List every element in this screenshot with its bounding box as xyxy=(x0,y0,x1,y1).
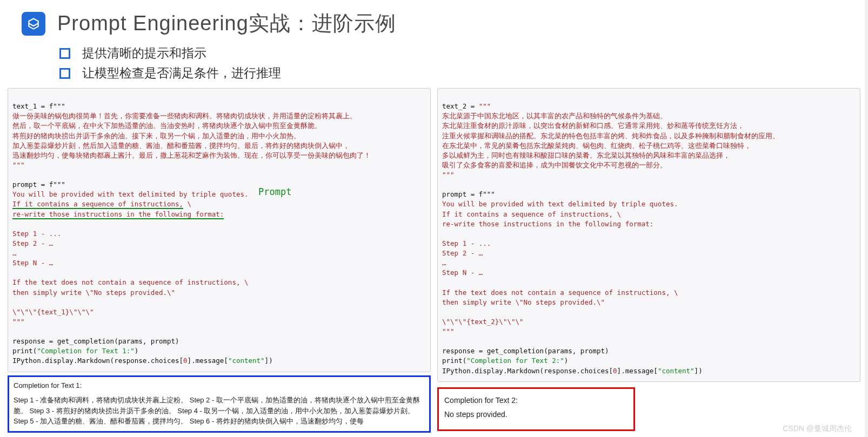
output-box-left: Completion for Text 1: Step 1 - 准备猪肉和调料，… xyxy=(8,375,431,433)
code-line: ) xyxy=(135,347,139,355)
output-title: Completion for Text 1: xyxy=(14,380,425,391)
bullet-item: 提供清晰的提示和指示 xyxy=(59,45,868,62)
code-line: 东北菜源于中国东北地区，以其丰富的农产品和独特的气候条件为基础。 xyxy=(442,112,667,120)
code-line: prompt = f""" xyxy=(12,180,65,189)
code-line: prompt = f""" xyxy=(442,190,495,198)
slide: { "header": { "title": "Prompt Engineeri… xyxy=(0,0,868,437)
code-string: "content" xyxy=(658,367,695,375)
code-block-right: text_2 = """ 东北菜源于中国东北地区，以其丰富的农产品和独特的气候条… xyxy=(437,88,860,382)
prompt-annotation: Prompt xyxy=(258,186,291,197)
code-line: \"\"\"{text_1}\"\"\" xyxy=(12,308,94,316)
right-edge-bar xyxy=(865,0,868,437)
left-column: text_1 = f""" 做一份美味的锅包肉很简单！首先，你需要准备一些猪肉和… xyxy=(8,88,431,433)
code-string: "Completion for Text 2:" xyxy=(466,357,564,365)
code-line: If the text does not contain a sequence … xyxy=(12,278,249,286)
code-line: Step N - … xyxy=(442,268,483,277)
header: Prompt Engineering实战：进阶示例 xyxy=(0,0,868,42)
code-line: text_1 = f""" xyxy=(12,102,65,110)
code-line: 做一份美味的锅包肉很简单！首先，你需要准备一些猪肉和调料。将猪肉切成块状，并用适… xyxy=(12,112,357,120)
code-line: re-write those instructions in the follo… xyxy=(12,210,224,219)
bullet-item: 让模型检查是否满足条件，进行推理 xyxy=(59,65,868,82)
bullet-text: 让模型检查是否满足条件，进行推理 xyxy=(82,65,281,82)
code-line: ) xyxy=(564,357,569,365)
code-line: 然后，取一个平底锅，在中火下加热适量的油。当油变热时，将猪肉块逐个放入锅中煎至金… xyxy=(12,122,322,130)
bullet-square-icon xyxy=(59,68,70,79)
code-line: IPython.display.Markdown(response.choice… xyxy=(442,367,613,375)
code-line: Step 1 - ... xyxy=(442,239,491,247)
code-line: re-write those instructions in the follo… xyxy=(442,220,653,228)
code-line: response = get_completion(params, prompt… xyxy=(12,337,179,345)
page-title: Prompt Engineering实战：进阶示例 xyxy=(57,10,396,37)
code-line: You will be provided with text delimited… xyxy=(12,190,249,198)
code-line: """ xyxy=(442,171,455,179)
code-line: If it contains a sequence of instruction… xyxy=(442,210,621,218)
output-title: Completion for Text 2: xyxy=(444,393,628,408)
code-line: """ xyxy=(479,102,491,110)
output-body: Step 1 - 准备猪肉和调料，将猪肉切成块状并裹上淀粉。 Step 2 - … xyxy=(14,395,425,427)
code-line: If the text does not contain a sequence … xyxy=(442,288,678,297)
code-line: … xyxy=(442,259,446,267)
code-line: You will be provided with text delimited… xyxy=(442,200,678,208)
watermark: CSDN @曼城周杰伦 xyxy=(783,424,852,434)
code-line: \"\"\"{text_2}\"\"\" xyxy=(442,318,524,326)
code-line: 加入葱姜蒜爆炒片刻，然后加入适量的糖、酱油、醋和番茄酱，搅拌均匀。最后，将炸好的… xyxy=(12,142,350,150)
code-line: 东北菜注重食材的原汁原味，以突出食材的新鲜和口感。它通常采用炖、炒和蒸等传统烹饪… xyxy=(442,122,744,130)
code-num: 0 xyxy=(183,357,188,365)
code-line: """ xyxy=(12,318,25,326)
code-line: ]) xyxy=(695,367,703,375)
code-line: """ xyxy=(442,327,455,335)
code-line: Step 1 - ... xyxy=(12,230,61,238)
code-line: Step N - … xyxy=(12,259,53,267)
code-line: then simply write \"No steps provided.\" xyxy=(442,298,605,306)
code-line: If it contains a sequence of instruction… xyxy=(12,200,183,209)
code-line: print( xyxy=(12,347,37,355)
code-line: 在东北菜中，常见的菜肴包括东北酸菜炖肉、锅包肉、红烧肉、松子桃仁鸡等。这些菜肴口… xyxy=(442,142,751,150)
code-line: Step 2 - … xyxy=(12,239,53,247)
code-line: Step 2 - … xyxy=(442,249,483,257)
code-string: "content" xyxy=(228,357,265,365)
code-line: 将煎好的猪肉块捞出并沥干多余的油。接下来，取另一个锅，加入适量的油，用中小火加热… xyxy=(12,132,301,140)
bullet-text: 提供清晰的提示和指示 xyxy=(82,45,206,62)
bullet-square-icon xyxy=(59,48,70,59)
bullet-list: 提供清晰的提示和指示 让模型检查是否满足条件，进行推理 xyxy=(0,42,868,82)
code-line: text_2 = xyxy=(442,102,479,110)
code-string: "Completion for Text 1:" xyxy=(37,347,135,355)
code-line: 吸引了众多食客的喜爱和追捧，成为中国餐饮文化中不可忽视的一部分。 xyxy=(442,161,667,169)
code-line: 迅速翻炒均匀，使每块猪肉都裹上酱汁。最后，撒上葱花和芝麻作为装饰。现在，你可以享… xyxy=(12,151,371,159)
code-line: ].message[ xyxy=(617,367,658,375)
code-line: response = get_completion(params, prompt… xyxy=(442,347,609,355)
code-line: ]) xyxy=(265,357,273,365)
code-line: 多以咸鲜为主，同时也有辣味和酸甜口味的菜肴。东北菜以其独特的风味和丰富的菜品选择… xyxy=(442,151,730,159)
code-block-left: text_1 = f""" 做一份美味的锅包肉很简单！首先，你需要准备一些猪肉和… xyxy=(8,88,431,372)
output-body: No steps provided. xyxy=(444,407,628,422)
code-line: … xyxy=(12,249,17,257)
two-column-layout: text_1 = f""" 做一份美味的锅包肉很简单！首先，你需要准备一些猪肉和… xyxy=(0,85,868,433)
right-column: text_2 = """ 东北菜源于中国东北地区，以其丰富的农产品和独特的气候条… xyxy=(437,88,860,433)
code-line: print( xyxy=(442,357,466,365)
output-box-right: Completion for Text 2: No steps provided… xyxy=(437,387,635,431)
code-line: then simply write \"No steps provided.\" xyxy=(12,288,175,297)
code-line: """ xyxy=(12,161,25,169)
logo-icon xyxy=(22,12,45,36)
code-num: 0 xyxy=(613,367,617,375)
code-line: IPython.display.Markdown(response.choice… xyxy=(12,357,183,365)
code-line: 注重火候掌握和调味品的搭配。东北菜的特色包括丰富的烤、炖和炸食品，以及多种腌制和… xyxy=(442,132,779,140)
code-line: \ xyxy=(183,200,191,208)
code-line: ].message[ xyxy=(188,357,228,365)
